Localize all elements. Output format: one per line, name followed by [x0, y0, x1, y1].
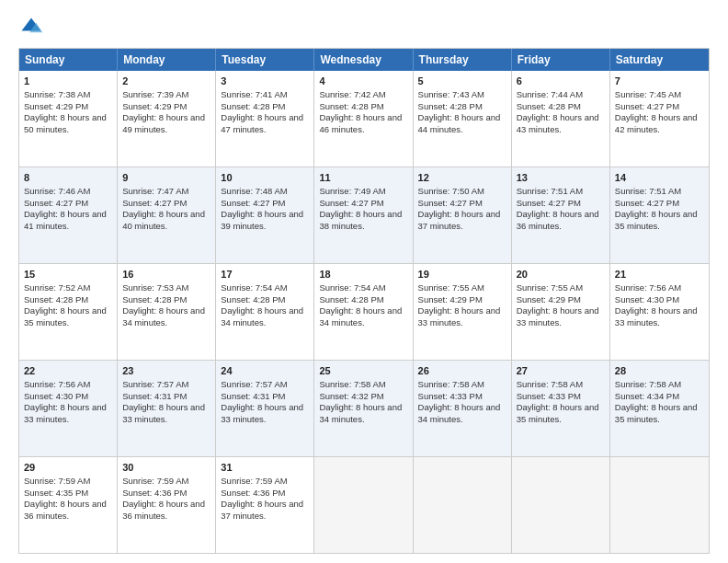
logo — [18, 15, 48, 40]
sunrise: Sunrise: 7:58 AM — [319, 379, 385, 389]
calendar-day-header: Friday — [512, 49, 610, 71]
calendar-cell: 25Sunrise: 7:58 AMSunset: 4:32 PMDayligh… — [314, 361, 413, 456]
calendar-cell: 14Sunrise: 7:51 AMSunset: 4:27 PMDayligh… — [610, 167, 709, 263]
calendar-cell: 29Sunrise: 7:59 AMSunset: 4:35 PMDayligh… — [19, 457, 118, 553]
calendar-cell: 20Sunrise: 7:55 AMSunset: 4:29 PMDayligh… — [512, 264, 610, 360]
calendar: SundayMondayTuesdayWednesdayThursdayFrid… — [18, 48, 710, 554]
sunset: Sunset: 4:29 PM — [517, 294, 581, 304]
sunrise: Sunrise: 7:57 AM — [122, 379, 188, 389]
sunset: Sunset: 4:28 PM — [418, 101, 483, 111]
calendar-cell: 7Sunrise: 7:45 AMSunset: 4:27 PMDaylight… — [610, 71, 709, 167]
sunrise: Sunrise: 7:43 AM — [418, 89, 484, 99]
daylight: Daylight: 8 hours and 33 minutes. — [517, 305, 599, 327]
day-number: 25 — [319, 364, 407, 378]
daylight: Daylight: 8 hours and 33 minutes. — [615, 305, 698, 327]
sunset: Sunset: 4:28 PM — [221, 101, 285, 111]
daylight: Daylight: 8 hours and 38 minutes. — [319, 209, 402, 231]
calendar-body: 1Sunrise: 7:38 AMSunset: 4:29 PMDaylight… — [19, 71, 709, 553]
calendar-cell: 4Sunrise: 7:42 AMSunset: 4:28 PMDaylight… — [314, 71, 413, 167]
calendar-cell: 5Sunrise: 7:43 AMSunset: 4:28 PMDaylight… — [414, 71, 512, 167]
sunset: Sunset: 4:33 PM — [517, 391, 581, 401]
day-number: 18 — [319, 268, 407, 282]
sunrise: Sunrise: 7:58 AM — [418, 379, 484, 389]
sunset: Sunset: 4:27 PM — [319, 198, 383, 208]
sunrise: Sunrise: 7:46 AM — [24, 186, 90, 196]
calendar-cell: 6Sunrise: 7:44 AMSunset: 4:28 PMDaylight… — [512, 71, 610, 167]
sunset: Sunset: 4:28 PM — [221, 294, 285, 304]
calendar-week-row: 1Sunrise: 7:38 AMSunset: 4:29 PMDaylight… — [19, 71, 709, 167]
sunset: Sunset: 4:32 PM — [319, 391, 383, 401]
sunset: Sunset: 4:27 PM — [517, 198, 581, 208]
daylight: Daylight: 8 hours and 34 minutes. — [319, 402, 402, 424]
sunset: Sunset: 4:28 PM — [319, 101, 383, 111]
day-number: 28 — [615, 364, 704, 378]
sunset: Sunset: 4:28 PM — [24, 294, 88, 304]
calendar-cell-empty — [314, 457, 413, 553]
sunset: Sunset: 4:29 PM — [24, 101, 88, 111]
sunrise: Sunrise: 7:41 AM — [221, 89, 287, 99]
calendar-week-row: 15Sunrise: 7:52 AMSunset: 4:28 PMDayligh… — [19, 264, 709, 361]
daylight: Daylight: 8 hours and 33 minutes. — [24, 402, 107, 424]
sunset: Sunset: 4:31 PM — [122, 391, 187, 401]
daylight: Daylight: 8 hours and 35 minutes. — [24, 305, 107, 327]
daylight: Daylight: 8 hours and 47 minutes. — [221, 112, 303, 134]
sunrise: Sunrise: 7:54 AM — [221, 282, 287, 293]
calendar-cell: 23Sunrise: 7:57 AMSunset: 4:31 PMDayligh… — [118, 361, 216, 456]
calendar-cell-empty — [610, 457, 709, 553]
sunrise: Sunrise: 7:44 AM — [517, 89, 583, 99]
calendar-cell: 26Sunrise: 7:58 AMSunset: 4:33 PMDayligh… — [414, 361, 512, 456]
sunrise: Sunrise: 7:47 AM — [122, 186, 188, 196]
sunrise: Sunrise: 7:56 AM — [24, 379, 90, 389]
calendar-cell: 17Sunrise: 7:54 AMSunset: 4:28 PMDayligh… — [216, 264, 314, 360]
calendar-cell: 16Sunrise: 7:53 AMSunset: 4:28 PMDayligh… — [118, 264, 216, 360]
day-number: 30 — [122, 461, 210, 475]
sunset: Sunset: 4:29 PM — [122, 101, 187, 111]
day-number: 27 — [517, 364, 605, 378]
sunrise: Sunrise: 7:45 AM — [615, 89, 681, 99]
sunset: Sunset: 4:28 PM — [517, 101, 581, 111]
calendar-cell: 12Sunrise: 7:50 AMSunset: 4:27 PMDayligh… — [414, 167, 512, 263]
daylight: Daylight: 8 hours and 37 minutes. — [221, 499, 303, 521]
sunset: Sunset: 4:36 PM — [221, 488, 285, 498]
day-number: 8 — [24, 171, 112, 185]
sunset: Sunset: 4:27 PM — [615, 101, 679, 111]
calendar-cell: 8Sunrise: 7:46 AMSunset: 4:27 PMDaylight… — [19, 167, 118, 263]
calendar-cell-empty — [414, 457, 512, 553]
sunrise: Sunrise: 7:52 AM — [24, 282, 90, 293]
sunset: Sunset: 4:35 PM — [24, 488, 88, 498]
day-number: 12 — [418, 171, 506, 185]
day-number: 9 — [122, 171, 210, 185]
sunrise: Sunrise: 7:55 AM — [517, 282, 583, 293]
calendar-day-header: Tuesday — [216, 49, 314, 71]
calendar-day-header: Saturday — [610, 49, 709, 71]
calendar-cell: 31Sunrise: 7:59 AMSunset: 4:36 PMDayligh… — [216, 457, 314, 553]
day-number: 24 — [221, 364, 309, 378]
daylight: Daylight: 8 hours and 35 minutes. — [615, 402, 698, 424]
sunset: Sunset: 4:28 PM — [122, 294, 187, 304]
day-number: 15 — [24, 268, 112, 282]
sunrise: Sunrise: 7:59 AM — [24, 476, 90, 486]
daylight: Daylight: 8 hours and 35 minutes. — [517, 402, 599, 424]
calendar-cell: 11Sunrise: 7:49 AMSunset: 4:27 PMDayligh… — [314, 167, 413, 263]
calendar-cell: 9Sunrise: 7:47 AMSunset: 4:27 PMDaylight… — [118, 167, 216, 263]
daylight: Daylight: 8 hours and 39 minutes. — [221, 209, 303, 231]
logo-icon — [18, 15, 44, 40]
sunset: Sunset: 4:34 PM — [615, 391, 679, 401]
sunrise: Sunrise: 7:51 AM — [517, 186, 583, 196]
sunrise: Sunrise: 7:50 AM — [418, 186, 484, 196]
day-number: 22 — [24, 364, 112, 378]
daylight: Daylight: 8 hours and 34 minutes. — [319, 305, 402, 327]
calendar-cell: 1Sunrise: 7:38 AMSunset: 4:29 PMDaylight… — [19, 71, 118, 167]
calendar-cell: 18Sunrise: 7:54 AMSunset: 4:28 PMDayligh… — [314, 264, 413, 360]
sunrise: Sunrise: 7:49 AM — [319, 186, 385, 196]
day-number: 31 — [221, 461, 309, 475]
sunrise: Sunrise: 7:58 AM — [615, 379, 681, 389]
day-number: 6 — [517, 75, 605, 88]
calendar-cell: 3Sunrise: 7:41 AMSunset: 4:28 PMDaylight… — [216, 71, 314, 167]
calendar-cell: 19Sunrise: 7:55 AMSunset: 4:29 PMDayligh… — [414, 264, 512, 360]
sunset: Sunset: 4:28 PM — [319, 294, 383, 304]
sunset: Sunset: 4:33 PM — [418, 391, 483, 401]
day-number: 17 — [221, 268, 309, 282]
sunset: Sunset: 4:27 PM — [221, 198, 285, 208]
sunrise: Sunrise: 7:54 AM — [319, 282, 385, 293]
